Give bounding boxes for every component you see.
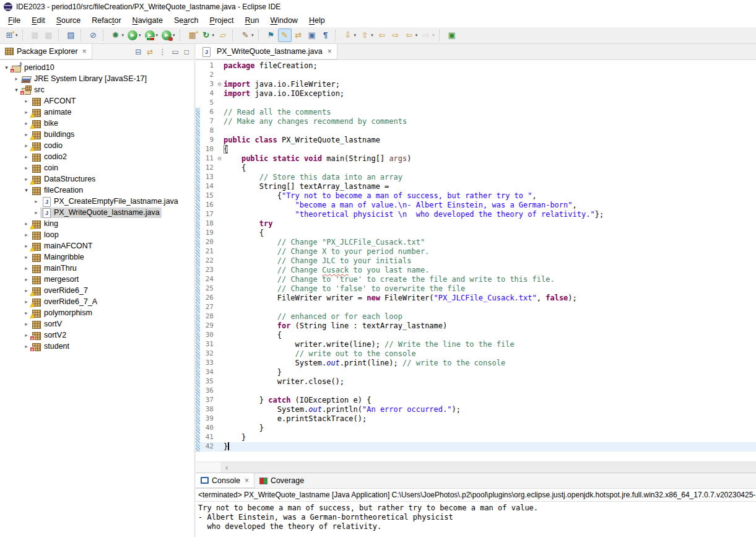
previous-annotation-button[interactable]: ▾ (358, 28, 375, 42)
code-line-5[interactable]: 5 (196, 98, 756, 108)
code-line-31[interactable]: 31 writer.write(line); // Write the line… (196, 340, 756, 349)
tree-item-AFCONT[interactable]: ▸AFCONT (0, 95, 194, 107)
code-line-2[interactable]: 2 (196, 71, 756, 80)
minimize-icon[interactable]: ▭ (172, 47, 178, 57)
tree-item-student[interactable]: ▸×student (0, 341, 194, 352)
tree-expanded-icon[interactable]: ▾ (22, 187, 30, 193)
tree-item-mainThru[interactable]: ▸mainThru (0, 263, 194, 274)
tree-item-PX_CreateEmptyFile_lastname.java[interactable]: ▸PX_CreateEmptyFile_lastname.java (0, 196, 194, 207)
back-button[interactable]: ▾ (402, 28, 420, 42)
dropdown-arrow-icon[interactable]: ▾ (173, 33, 175, 38)
tree-item-sortV[interactable]: ▸sortV (0, 318, 194, 330)
search-button[interactable]: ▾ (238, 28, 256, 42)
dropdown-arrow-icon[interactable]: ▾ (212, 33, 215, 38)
code-line-26[interactable]: 26 FileWriter writer = new FileWriter("P… (196, 294, 756, 303)
collapse-all-icon[interactable]: ⊟ (135, 47, 141, 57)
code-line-21[interactable]: 21 // Change X to your period number. (196, 247, 756, 256)
scrollbar-track[interactable]: ‹ (220, 462, 756, 473)
pin-editor-button[interactable] (445, 28, 459, 42)
code-line-28[interactable]: 28 // enhanced or for each loop (196, 312, 756, 321)
editor-horizontal-scrollbar[interactable]: ‹ (196, 461, 756, 473)
code-line-42[interactable]: 42} (196, 442, 756, 452)
view-menu-icon[interactable]: ⋮ (159, 47, 166, 57)
tree-collapsed-icon[interactable]: ▸ (22, 232, 30, 238)
maximize-icon[interactable]: □ (185, 47, 189, 57)
code-line-17[interactable]: 17 "theoretical physicist \n who develop… (196, 210, 756, 219)
code-line-34[interactable]: 34 } (196, 368, 756, 377)
code-line-13[interactable]: 13 // Store this data into an array (196, 173, 756, 182)
tree-item-PX_WriteQuote_lastname.java[interactable]: ▸PX_WriteQuote_lastname.java (0, 207, 194, 218)
run-external-button[interactable]: ▾ (160, 28, 177, 42)
coverage-button[interactable]: ▾ (143, 28, 160, 42)
dropdown-arrow-icon[interactable]: ▾ (415, 33, 418, 38)
menu-project[interactable]: Project (204, 15, 240, 26)
tree-item-Maingribble[interactable]: ▸Maingribble (0, 251, 194, 263)
menu-file[interactable]: File (2, 15, 26, 26)
tree-collapsed-icon[interactable]: ▸ (12, 76, 20, 82)
tab-package-explorer[interactable]: Package Explorer × (0, 44, 92, 59)
tree-item-animate[interactable]: ▸animate (0, 107, 194, 118)
code-line-4[interactable]: 4import java.io.IOException; (196, 89, 756, 98)
code-line-27[interactable]: 27 (196, 303, 756, 312)
tree-collapsed-icon[interactable]: ▸ (22, 254, 30, 260)
last-edit-location-button[interactable] (375, 28, 389, 42)
fold-collapse-icon[interactable]: ⊖ (215, 154, 224, 164)
code-line-16[interactable]: 16 "become a man of value.\n- Albert Ein… (196, 201, 756, 210)
tree-item-src[interactable]: ▾×src (0, 84, 194, 95)
tree-item-DataStructures[interactable]: ▸DataStructures (0, 173, 194, 185)
code-line-24[interactable]: 24 // Change to 'true' to create the fil… (196, 275, 756, 284)
code-line-36[interactable]: 36 (196, 386, 756, 396)
code-line-32[interactable]: 32 // write out to the console (196, 349, 756, 359)
code-line-23[interactable]: 23 // Change Cusack to you last name. (196, 266, 756, 275)
tree-collapsed-icon[interactable]: ▸ (32, 209, 40, 216)
close-icon[interactable]: × (328, 47, 332, 56)
code-line-41[interactable]: 41 } (196, 433, 756, 442)
tree-collapsed-icon[interactable]: ▸ (22, 321, 30, 327)
tree-collapsed-icon[interactable]: ▸ (22, 165, 30, 171)
code-line-29[interactable]: 29 for (String line : textArray_lastname… (196, 321, 756, 331)
code-line-9[interactable]: 9public class PX_WriteQuote_lastname (196, 136, 756, 145)
code-line-33[interactable]: 33 System.out.print(line); // write to t… (196, 359, 756, 368)
next-annotation-button[interactable]: ▾ (341, 28, 358, 42)
next-edit-location-button[interactable] (389, 28, 402, 42)
tree-item-JRE-System-Library-JavaSE-17-[interactable]: ▸JRE System Library [JavaSE-17] (0, 73, 194, 84)
tree-item-king[interactable]: ▸king (0, 218, 194, 229)
code-line-18[interactable]: 18 try (196, 219, 756, 229)
code-line-38[interactable]: 38 System.out.println("An error occurred… (196, 405, 756, 414)
code-line-12[interactable]: 12 { (196, 164, 756, 173)
dropdown-arrow-icon[interactable]: ▾ (371, 33, 373, 38)
run-last-button[interactable]: ▾ (199, 28, 217, 42)
debug-button[interactable]: ▾ (109, 28, 126, 42)
tree-collapsed-icon[interactable]: ▸ (32, 198, 40, 204)
tree-item-overRide6_7[interactable]: ▸overRide6_7 (0, 285, 194, 296)
code-line-14[interactable]: 14 String[] textArray_lastname = (196, 182, 756, 191)
menu-source[interactable]: Source (51, 15, 87, 26)
task-flag-button[interactable] (264, 28, 278, 42)
run-button[interactable]: ▾ (126, 28, 143, 42)
code-line-30[interactable]: 30 { (196, 331, 756, 340)
code-line-8[interactable]: 8 (196, 126, 756, 136)
tree-collapsed-icon[interactable]: ▸ (22, 98, 30, 104)
fold-collapse-icon[interactable]: ⊖ (215, 80, 224, 89)
link-with-editor-button[interactable] (292, 28, 305, 42)
tree-item-buildings[interactable]: ▸buildings (0, 129, 194, 140)
code-line-3[interactable]: 3⊖import java.io.FileWriter; (196, 80, 756, 89)
dropdown-arrow-icon[interactable]: ▾ (139, 33, 141, 38)
console-output[interactable]: Try not to become a man of success, but … (196, 501, 756, 537)
open-task-button[interactable] (216, 28, 230, 42)
tree-item-period10[interactable]: ▾×period10 (0, 62, 194, 73)
tree-item-sortV2[interactable]: ▸×sortV2 (0, 330, 194, 341)
code-line-25[interactable]: 25 // Change to 'false' to overwrite the… (196, 284, 756, 294)
tree-item-fileCreation[interactable]: ▾fileCreation (0, 185, 194, 196)
open-console-button[interactable] (64, 28, 78, 42)
dropdown-arrow-icon[interactable]: ▾ (251, 33, 254, 38)
code-line-39[interactable]: 39 e.printStackTrace(); (196, 414, 756, 424)
skip-breakpoints-button[interactable] (87, 28, 100, 42)
close-icon[interactable]: × (82, 47, 87, 56)
tab-console[interactable]: Console× (196, 473, 254, 488)
dropdown-arrow-icon[interactable]: ▾ (15, 33, 18, 38)
code-line-7[interactable]: 7// Make any changes recommend by commen… (196, 117, 756, 126)
link-with-editor-icon[interactable]: ⇄ (147, 47, 153, 57)
tree-item-coin[interactable]: ▸coin (0, 162, 194, 173)
menu-search[interactable]: Search (168, 15, 204, 26)
